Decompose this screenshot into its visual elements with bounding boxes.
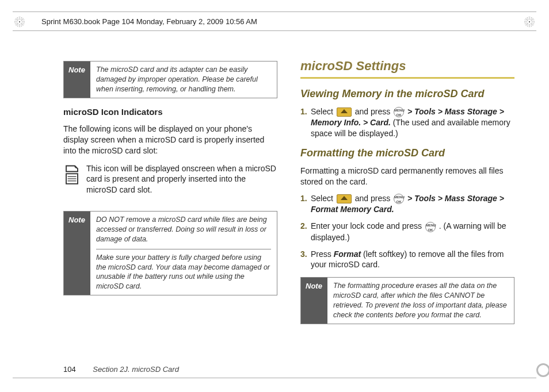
- page-footer: 104 Section 2J. microSD Card: [63, 365, 179, 374]
- crop-header: Sprint M630.book Page 104 Monday, Februa…: [13, 11, 536, 31]
- step-text-pre: Enter your lock code and press: [311, 221, 424, 230]
- subheading-formatting: Formatting the microSD Card: [300, 146, 514, 160]
- spiral-icon: [12, 14, 28, 30]
- right-column: microSD Settings Viewing Memory in the m…: [300, 57, 514, 359]
- step-item: Press Format (left softkey) to remove al…: [311, 249, 514, 271]
- spiral-icon: [521, 14, 537, 30]
- section-label: Section 2J. microSD Card: [93, 365, 179, 374]
- icon-description-row: This icon will be displayed onscreen whe…: [63, 163, 277, 203]
- subheading-icon-indicators: microSD Icon Indicators: [63, 106, 277, 118]
- note-body: The formatting procedure erases all the …: [327, 278, 514, 324]
- step-text-pre: Select: [311, 194, 336, 203]
- note-label: Note: [301, 278, 327, 324]
- step-text-mid: and press: [355, 194, 392, 203]
- note-para-1: DO NOT remove a microSD card while files…: [96, 215, 271, 244]
- svg-marker-0: [74, 166, 77, 168]
- intro-text: The following icons will be displayed on…: [63, 124, 277, 156]
- crop-bottom-line: [13, 378, 536, 378]
- home-key-icon: [337, 194, 352, 203]
- note-box-warning: Note DO NOT remove a microSD card while …: [63, 211, 277, 295]
- step-text-mid: and press: [355, 107, 392, 116]
- steps-formatting: Select and press MENU OK > Tools > Mass …: [300, 193, 514, 270]
- page-number: 104: [63, 365, 76, 374]
- note-box-format-warning: Note The formatting procedure erases all…: [300, 277, 514, 324]
- step-item: Select and press MENU OK > Tools > Mass …: [311, 106, 514, 139]
- note-body: DO NOT remove a microSD card while files…: [90, 212, 277, 295]
- menu-ok-key-icon: MENU OK: [394, 194, 404, 204]
- subheading-viewing-memory: Viewing Memory in the microSD Card: [300, 87, 514, 101]
- softkey-label: Format: [334, 249, 361, 259]
- step-text-pre: Press: [311, 249, 334, 259]
- step-text-pre: Select: [311, 107, 336, 116]
- home-key-icon: [337, 107, 352, 117]
- note-para-2: Make sure your battery is fully charged …: [96, 249, 271, 292]
- menu-ok-key-icon: MENU OK: [425, 222, 436, 232]
- menu-ok-key-icon: MENU OK: [394, 107, 404, 117]
- microsd-card-icon: [63, 164, 81, 186]
- left-column: Note The microSD card and its adapter ca…: [63, 57, 277, 359]
- step-item: Enter your lock code and press MENU OK .…: [311, 221, 514, 243]
- format-intro-text: Formatting a microSD card permanently re…: [300, 166, 514, 187]
- crop-header-text: Sprint M630.book Page 104 Monday, Februa…: [41, 17, 257, 26]
- crop-circle-icon: [536, 363, 549, 377]
- note-label: Note: [64, 62, 90, 98]
- note-body: The microSD card and its adapter can be …: [90, 62, 277, 98]
- step-item: Select and press MENU OK > Tools > Mass …: [311, 193, 514, 215]
- steps-viewing-memory: Select and press MENU OK > Tools > Mass …: [300, 106, 514, 139]
- section-heading-microsd-settings: microSD Settings: [300, 57, 514, 79]
- page-body: Note The microSD card and its adapter ca…: [63, 57, 514, 359]
- icon-description-text: This icon will be displayed onscreen whe…: [86, 164, 276, 195]
- note-label: Note: [64, 212, 90, 295]
- note-box-handling: Note The microSD card and its adapter ca…: [63, 61, 277, 98]
